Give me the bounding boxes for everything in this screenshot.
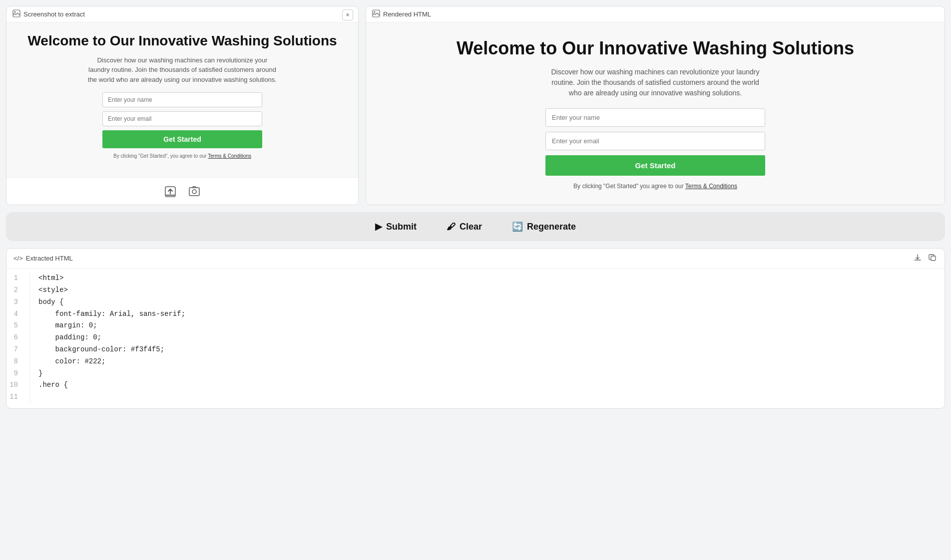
svg-rect-5 — [373, 10, 380, 17]
regenerate-icon: 🔄 — [512, 221, 523, 232]
screenshot-title: Welcome to Our Innovative Washing Soluti… — [27, 32, 337, 49]
right-panel-tab: Rendered HTML — [366, 6, 945, 22]
download-button[interactable] — [913, 253, 923, 264]
code-tab: </> Extracted HTML — [6, 249, 945, 269]
screenshot-terms-link[interactable]: Terms & Conditions — [208, 153, 251, 159]
rendered-terms-link[interactable]: Terms & Conditions — [685, 183, 737, 190]
right-panel: Rendered HTML Welcome to Our Innovative … — [366, 6, 945, 205]
screenshot-get-started-button[interactable]: Get Started — [102, 130, 262, 148]
svg-rect-3 — [189, 188, 199, 196]
screenshot-form: Get Started — [102, 92, 262, 148]
rendered-name-input[interactable] — [545, 108, 765, 127]
action-bar: ▶ Submit 🖌 Clear 🔄 Regenerate — [6, 212, 945, 241]
code-line: font-family: Arial, sans-serif; — [38, 308, 945, 320]
svg-point-6 — [374, 11, 376, 13]
screenshot-name-input[interactable] — [102, 92, 262, 107]
code-icon: </> — [13, 255, 23, 262]
code-tab-label: Extracted HTML — [26, 255, 73, 262]
regenerate-label: Regenerate — [527, 222, 576, 232]
code-section: </> Extracted HTML 1 — [6, 248, 945, 409]
screenshot-email-input[interactable] — [102, 111, 262, 126]
screenshot-description: Discover how our washing machines can re… — [87, 55, 277, 85]
screenshot-content: Welcome to Our Innovative Washing Soluti… — [6, 22, 358, 177]
rendered-terms: By clicking "Get Started" you agree to o… — [573, 183, 737, 190]
submit-button[interactable]: ▶ Submit — [375, 221, 417, 232]
svg-rect-7 — [931, 256, 936, 261]
code-body: 1 2 3 4 5 6 7 8 9 10 11 <html> <style> b… — [6, 269, 945, 408]
rendered-description: Discover how our washing machines can re… — [545, 67, 765, 98]
code-line: <style> — [38, 284, 945, 296]
rendered-email-input[interactable] — [545, 132, 765, 150]
main-layout: Screenshot to extract × Welcome to Our I… — [0, 0, 951, 415]
screenshot-terms: By clicking "Get Started", you agree to … — [113, 153, 251, 159]
rendered-form: Get Started — [545, 108, 765, 176]
line-numbers: 1 2 3 4 5 6 7 8 9 10 11 — [6, 273, 30, 404]
left-panel-tab: Screenshot to extract — [6, 6, 358, 22]
code-line: color: #222; — [38, 356, 945, 368]
rendered-title: Welcome to Our Innovative Washing Soluti… — [457, 37, 854, 59]
submit-label: Submit — [386, 222, 417, 232]
left-panel-tab-label: Screenshot to extract — [23, 10, 85, 18]
code-line: .hero { — [38, 379, 945, 391]
copy-button[interactable] — [928, 253, 938, 264]
svg-point-1 — [14, 11, 16, 13]
code-line: margin: 0; — [38, 320, 945, 332]
code-line: <html> — [38, 273, 945, 284]
regenerate-button[interactable]: 🔄 Regenerate — [512, 221, 576, 232]
top-section: Screenshot to extract × Welcome to Our I… — [0, 0, 951, 205]
svg-rect-0 — [13, 10, 20, 17]
screenshot-actions — [6, 177, 358, 205]
image-icon — [12, 9, 20, 19]
clear-button[interactable]: 🖌 Clear — [447, 222, 482, 232]
clear-icon: 🖌 — [447, 222, 456, 232]
clear-label: Clear — [460, 222, 482, 232]
code-line: } — [38, 368, 945, 380]
upload-icon[interactable] — [163, 185, 177, 199]
code-line: background-color: #f3f4f5; — [38, 344, 945, 356]
rendered-get-started-button[interactable]: Get Started — [545, 155, 765, 176]
code-lines: <html> <style> body { font-family: Arial… — [38, 273, 945, 404]
screenshot-capture-icon[interactable] — [187, 185, 201, 199]
submit-icon: ▶ — [375, 221, 382, 232]
code-tab-actions — [913, 253, 938, 264]
code-line: padding: 0; — [38, 332, 945, 344]
close-button[interactable]: × — [342, 9, 353, 20]
rendered-content: Welcome to Our Innovative Washing Soluti… — [366, 22, 945, 205]
left-panel: Screenshot to extract × Welcome to Our I… — [6, 6, 359, 205]
rendered-image-icon — [372, 9, 380, 19]
svg-point-4 — [192, 190, 196, 194]
code-line: body { — [38, 296, 945, 308]
right-panel-tab-label: Rendered HTML — [383, 10, 431, 18]
